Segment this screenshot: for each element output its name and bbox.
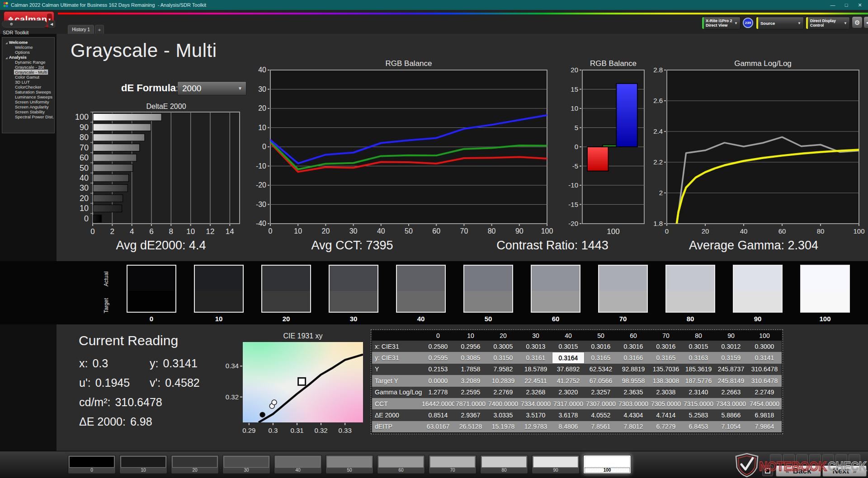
table-cell[interactable]: 8.4806 — [552, 421, 585, 432]
table-cell[interactable]: 16442.0000 — [422, 398, 454, 409]
table-cell[interactable]: 41.2752 — [552, 375, 585, 386]
pattern-button-50[interactable]: 50 — [326, 455, 373, 474]
table-cell[interactable]: 0.3015 — [682, 341, 715, 352]
collapse-panel-button[interactable]: ◀ — [48, 20, 55, 28]
table-cell[interactable]: 0.3085 — [454, 352, 487, 363]
table-cell[interactable]: 6.8453 — [682, 421, 715, 432]
table-cell[interactable]: 310.6478 — [747, 364, 782, 375]
table-cell[interactable]: 7343.0000 — [715, 398, 747, 409]
back-button[interactable]: « Back — [776, 465, 821, 477]
sidebar-item-grayscale-2pt[interactable]: Grayscale - 2pt — [4, 65, 54, 70]
mini-toolbar-button[interactable] — [849, 454, 860, 464]
mini-toolbar-button[interactable] — [796, 454, 808, 464]
settings-button[interactable]: ⚙ — [852, 16, 863, 28]
table-cell[interactable]: 7.9864 — [747, 421, 782, 432]
pattern-button-40[interactable]: 40 — [274, 455, 322, 474]
table-cell[interactable]: 3.0335 — [487, 409, 519, 421]
table-cell[interactable]: 2.2595 — [454, 387, 487, 398]
mini-toolbar-button[interactable] — [809, 454, 821, 464]
table-cell[interactable]: 7334.0000 — [519, 398, 552, 409]
pattern-button-70[interactable]: 70 — [429, 455, 476, 474]
table-cell[interactable]: 0.2153 — [422, 364, 454, 375]
table-cell[interactable]: 98.9558 — [617, 375, 650, 386]
table-cell[interactable]: 4.4304 — [617, 409, 650, 421]
table-cell[interactable]: 0.3016 — [617, 341, 650, 352]
table-cell[interactable]: 15.1978 — [487, 421, 519, 432]
table-cell[interactable]: 0.3005 — [487, 341, 519, 352]
sidebar-item-saturation-sweeps[interactable]: Saturation Sweeps — [4, 89, 54, 94]
table-cell[interactable]: 138.3008 — [650, 375, 682, 386]
table-cell[interactable]: 2.2749 — [747, 387, 782, 398]
pattern-button-30[interactable]: 30 — [222, 455, 270, 474]
table-cell[interactable]: 0.8514 — [422, 409, 454, 421]
table-cell[interactable]: 22.4511 — [519, 375, 552, 386]
table-cell[interactable]: 1.7858 — [454, 364, 487, 375]
table-cell[interactable]: 6.7279 — [650, 421, 682, 432]
table-cell[interactable]: 37.6892 — [552, 364, 585, 375]
sidebar-item-options[interactable]: Options — [4, 50, 54, 55]
sidebar-item-color-gamut[interactable]: Color Gamut — [4, 75, 54, 80]
table-cell[interactable]: 63.0167 — [422, 421, 454, 432]
table-cell[interactable]: 2.9367 — [454, 409, 487, 421]
pattern-button-0[interactable]: 0 — [68, 455, 116, 474]
sidebar-item-luminance-sweeps[interactable]: Luminance Sweeps — [4, 94, 54, 99]
table-cell[interactable]: 2.3140 — [682, 387, 715, 398]
table-cell[interactable]: 185.3619 — [682, 364, 715, 375]
sidebar-item-3d-lut[interactable]: 3D LUT — [4, 80, 54, 84]
table-cell[interactable]: 7305.0000 — [650, 398, 682, 409]
pattern-button-80[interactable]: 80 — [480, 455, 528, 474]
table-cell[interactable]: 0.3164 — [552, 352, 585, 363]
sidebar-item-spectral-power-dist[interactable]: Spectral Power Dist. — [4, 114, 54, 119]
table-cell[interactable]: 62.5342 — [585, 364, 617, 375]
sidebar-item-grayscale-multi[interactable]: Grayscale - Multi — [4, 70, 54, 75]
table-cell[interactable]: 7400.0000 — [487, 398, 519, 409]
table-cell[interactable]: 245.8737 — [715, 364, 747, 375]
panel-header-pill[interactable] — [2, 20, 47, 28]
table-cell[interactable]: 0.3015 — [552, 341, 585, 352]
de-formula-dropdown[interactable]: 2000 ▼ — [177, 81, 246, 95]
table-cell[interactable]: 0.3163 — [682, 352, 715, 363]
table-cell[interactable]: 0.2595 — [422, 352, 454, 363]
table-cell[interactable]: 7.8012 — [617, 421, 650, 432]
table-cell[interactable]: 0.3165 — [650, 352, 682, 363]
table-cell[interactable]: 2.2663 — [715, 387, 747, 398]
table-cell[interactable]: 7315.0000 — [682, 398, 715, 409]
table-cell[interactable]: 6.9818 — [747, 409, 782, 421]
table-cell[interactable]: 4.7414 — [650, 409, 682, 421]
table-cell[interactable]: 187.5776 — [682, 375, 715, 386]
table-cell[interactable]: 0.3166 — [617, 352, 650, 363]
table-cell[interactable]: 0.3161 — [519, 352, 552, 363]
close-icon[interactable]: ✕ — [856, 2, 863, 8]
meter-dropdown[interactable]: X-Rite i1Pro 2 Direct View ▼ — [702, 17, 741, 29]
pattern-button-90[interactable]: 90 — [532, 455, 580, 474]
sidebar-item-screen-angularity[interactable]: Screen Angularity — [4, 104, 54, 109]
table-cell[interactable]: 18.5789 — [519, 364, 552, 375]
table-cell[interactable]: 3.2089 — [454, 375, 487, 386]
next-button[interactable]: Next » — [822, 465, 867, 477]
mini-toolbar-button[interactable] — [822, 454, 834, 464]
mini-toolbar-button[interactable] — [835, 454, 847, 464]
display-control-dropdown[interactable]: Direct Display Control ▼ — [806, 17, 850, 29]
table-cell[interactable]: 245.8149 — [715, 375, 747, 386]
table-cell[interactable]: 92.8819 — [617, 364, 650, 375]
table-cell[interactable]: 7.9582 — [487, 364, 519, 375]
table-cell[interactable]: 7303.0000 — [617, 398, 650, 409]
mini-toolbar-button[interactable] — [770, 454, 782, 464]
table-cell[interactable]: 135.7036 — [650, 364, 682, 375]
table-cell[interactable]: 5.2583 — [682, 409, 715, 421]
table-cell[interactable]: 0.3000 — [747, 341, 782, 352]
table-cell[interactable]: 0.3016 — [650, 341, 682, 352]
table-cell[interactable]: 26.5128 — [454, 421, 487, 432]
table-cell[interactable]: 3.5170 — [519, 409, 552, 421]
table-cell[interactable]: 4.0552 — [585, 409, 617, 421]
table-cell[interactable]: 7317.0000 — [552, 398, 585, 409]
add-tab-button[interactable]: + — [95, 25, 104, 34]
table-cell[interactable]: 2.3268 — [519, 387, 552, 398]
table-cell[interactable]: 0.3012 — [715, 341, 747, 352]
tree-group-analysis[interactable]: ◢Analysis — [4, 55, 54, 60]
table-cell[interactable]: 0.3016 — [585, 341, 617, 352]
table-cell[interactable]: 0.3013 — [519, 341, 552, 352]
table-cell[interactable]: 1.2778 — [422, 387, 454, 398]
collapse-toolbar-button[interactable]: ◀ — [863, 16, 868, 28]
sidebar-item-screen-stability[interactable]: Screen Stability — [4, 109, 54, 114]
